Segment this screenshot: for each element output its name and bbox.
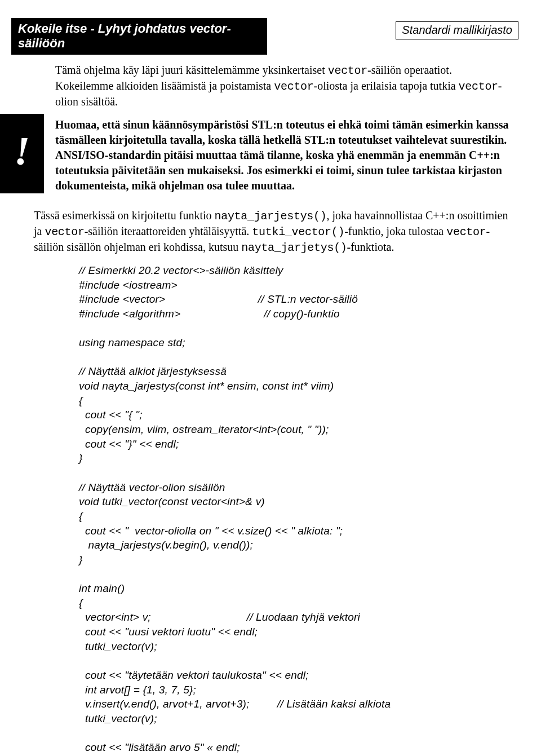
p2-c: -säiliön iteraattoreiden yhtäläisyyttä. — [85, 225, 252, 237]
p2-a: Tässä esimerkissä on kirjoitettu funktio — [34, 209, 215, 222]
note-text: Huomaa, että sinun käännösympäristösi ST… — [55, 114, 518, 193]
section-title: Kokeile itse - Lyhyt johdatus vector-säi… — [11, 18, 267, 55]
p2-code-2: vector — [45, 226, 84, 238]
p2-code-1: nayta_jarjestys() — [215, 210, 327, 223]
bang-icon: ! — [0, 114, 44, 193]
intro-code-1: vector — [328, 64, 367, 77]
p2-d: -funktio, joka tulostaa — [344, 225, 446, 237]
code-listing: // Esimerkki 20.2 vector<>-säiliön käsit… — [79, 263, 518, 756]
p2-f: -funktiota. — [347, 241, 394, 253]
intro-code-3: vector — [459, 80, 498, 93]
p2-code-5: nayta_jarjetys() — [241, 241, 347, 254]
intro-code-2: vector — [274, 80, 313, 93]
header-tag: Standardi mallikirjasto — [396, 21, 518, 39]
p2-code-4: vector — [446, 226, 486, 238]
body-paragraph: Tässä esimerkissä on kirjoitettu funktio… — [34, 208, 513, 255]
intro-paragraph: Tämä ohjelma käy läpi juuri käsittelemäm… — [55, 63, 513, 109]
intro-text-c: -oliosta ja erilaisia tapoja tutkia — [313, 79, 458, 92]
p2-code-3: tutki_vector() — [252, 226, 344, 238]
note-callout: ! Huomaa, että sinun käännösympäristösi … — [11, 114, 518, 193]
intro-text-a: Tämä ohjelma käy läpi juuri käsittelemäm… — [55, 64, 328, 76]
